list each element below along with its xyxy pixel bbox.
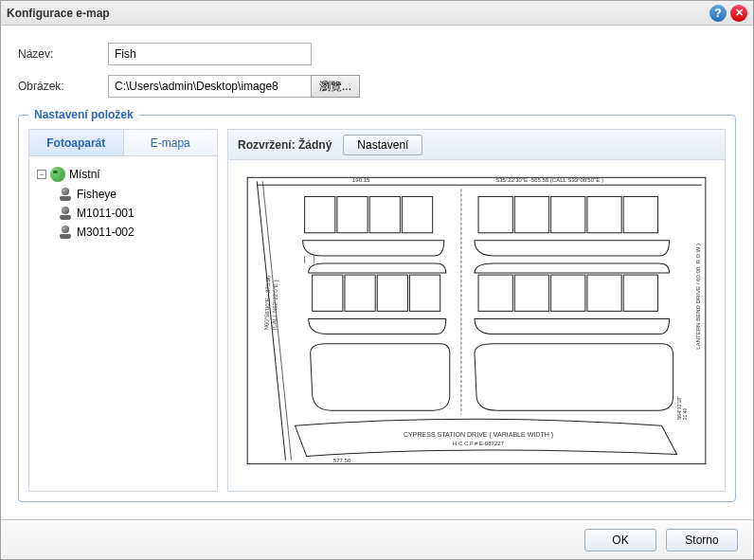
dialog-title: Konfigurace e-map [7, 7, 709, 20]
svg-rect-8 [402, 196, 432, 232]
collapse-icon[interactable]: − [37, 170, 46, 179]
device-tree: − Místní Fisheye M1011-001 [29, 156, 217, 491]
svg-rect-10 [514, 196, 548, 232]
tree-item-fisheye[interactable]: Fisheye [35, 185, 211, 204]
image-label: Obrázek: [18, 80, 108, 93]
layout-value: Žádný [298, 138, 332, 152]
svg-rect-18 [478, 275, 512, 311]
item-settings-fieldset: Nastavení položek Fotoaparát E-mapa − Mí… [18, 115, 736, 502]
globe-icon [50, 167, 65, 182]
map-br2: 21.40 [682, 407, 688, 420]
svg-rect-11 [551, 196, 585, 232]
left-panel: Fotoaparát E-mapa − Místní Fisheye [28, 129, 218, 492]
tree-item-m3011[interactable]: M3011-002 [35, 223, 211, 242]
svg-rect-13 [623, 196, 657, 232]
titlebar: Konfigurace e-map ? ✕ [1, 1, 753, 26]
close-icon[interactable]: ✕ [730, 5, 747, 22]
tree-item-label: Fisheye [77, 188, 117, 201]
floorplan-svg: 190.15 S35°22'30"E -565.58 (CALL S33°08'… [228, 160, 725, 491]
name-input[interactable] [108, 43, 312, 65]
right-header: Rozvržení: Žádný Nastavení [228, 130, 725, 160]
layout-prefix: Rozvržení: [238, 138, 298, 152]
fieldset-legend: Nastavení položek [28, 108, 139, 121]
row-image: Obrázek: 瀏覽... [18, 75, 736, 98]
layout-label: Rozvržení: Žádný [238, 138, 332, 152]
svg-rect-9 [478, 196, 512, 232]
svg-rect-5 [305, 196, 335, 232]
tree-root[interactable]: − Místní [35, 164, 211, 185]
map-right: LANTERN BEND DRIVE / 60.00. R.O.W.) [695, 244, 701, 350]
svg-rect-22 [623, 275, 657, 311]
dialog-window: Konfigurace e-map ? ✕ Název: Obrázek: 瀏覽… [0, 0, 754, 560]
name-label: Název: [18, 47, 108, 61]
settings-button[interactable]: Nastavení [343, 135, 422, 155]
map-preview[interactable]: 190.15 S35°22'30"E -565.58 (CALL S33°08'… [228, 160, 725, 491]
map-top2: S35°22'30"E -565.58 (CALL S33°08'50"E ) [495, 177, 603, 183]
svg-rect-14 [313, 275, 343, 311]
svg-rect-20 [551, 275, 585, 311]
dialog-footer: OK Storno [1, 519, 753, 559]
camera-icon [58, 188, 73, 201]
svg-rect-7 [369, 196, 400, 232]
tree-item-label: M3011-002 [77, 226, 135, 239]
tree-item-label: M1011-001 [77, 207, 135, 220]
camera-icon [58, 207, 73, 220]
help-icon[interactable]: ? [709, 5, 727, 22]
panels-row: Fotoaparát E-mapa − Místní Fisheye [28, 129, 726, 492]
titlebar-actions: ? ✕ [709, 5, 747, 22]
right-panel: Rozvržení: Žádný Nastavení [227, 129, 726, 492]
ok-button[interactable]: OK [584, 529, 656, 551]
content-area: Název: Obrázek: 瀏覽... Nastavení položek … [1, 26, 753, 519]
svg-rect-15 [345, 275, 375, 311]
svg-rect-6 [337, 196, 368, 232]
tree-item-m1011[interactable]: M1011-001 [35, 204, 211, 223]
row-name: Název: [18, 43, 736, 65]
svg-rect-21 [587, 275, 621, 311]
map-bl: 577.50 [333, 458, 351, 463]
svg-rect-19 [514, 275, 548, 311]
tab-bar: Fotoaparát E-mapa [29, 130, 217, 156]
tab-camera[interactable]: Fotoaparát [29, 130, 124, 155]
map-top1: 190.15 [352, 177, 370, 183]
svg-rect-17 [409, 275, 440, 311]
map-bottom2: H.C.C.F.# E-087227 [453, 441, 505, 446]
browse-button[interactable]: 瀏覽... [311, 75, 360, 98]
cancel-button[interactable]: Storno [666, 529, 738, 551]
svg-rect-16 [377, 275, 407, 311]
camera-icon [58, 226, 73, 239]
tree-root-label: Místní [69, 168, 100, 181]
map-bottom1: CYPRESS STATION DRIVE ( VARIABLE WIDTH ) [404, 431, 553, 439]
tab-emap[interactable]: E-mapa [124, 130, 218, 155]
image-path-input[interactable] [108, 75, 312, 98]
svg-rect-12 [587, 196, 621, 232]
